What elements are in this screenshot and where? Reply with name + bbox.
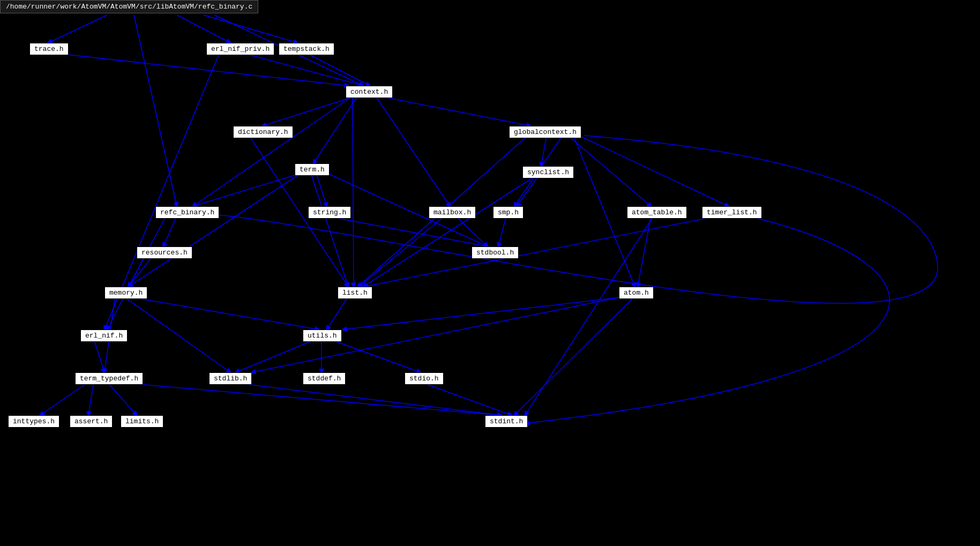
- node-context-h: context.h: [346, 86, 393, 98]
- svg-line-46: [40, 382, 88, 415]
- node-term-h: term.h: [295, 163, 330, 176]
- svg-line-13: [353, 95, 354, 287]
- node-erl-nif-h: erl_nif.h: [80, 330, 128, 342]
- svg-line-54: [517, 176, 538, 206]
- node-resources-h: resources.h: [137, 246, 192, 259]
- svg-line-31: [455, 216, 488, 246]
- node-smp-h: smp.h: [493, 206, 523, 219]
- svg-line-50: [228, 382, 501, 415]
- svg-line-37: [123, 296, 230, 372]
- node-mailbox-h: mailbox.h: [429, 206, 476, 219]
- svg-line-42: [94, 339, 104, 372]
- svg-line-32: [498, 216, 506, 246]
- node-trace-h: trace.h: [29, 43, 69, 55]
- svg-line-38: [327, 296, 348, 330]
- svg-line-34: [364, 216, 718, 287]
- svg-line-3: [204, 15, 297, 43]
- svg-line-1: [48, 15, 107, 43]
- node-utils-h: utils.h: [303, 330, 342, 342]
- node-assert-h: assert.h: [70, 415, 113, 428]
- svg-line-15: [568, 136, 651, 206]
- file-title: /home/runner/work/AtomVM/AtomVM/src/libA…: [0, 0, 258, 13]
- svg-line-28: [129, 256, 153, 287]
- svg-line-7: [305, 53, 370, 86]
- svg-line-11: [375, 95, 450, 206]
- svg-line-10: [375, 95, 530, 126]
- svg-line-55: [326, 216, 488, 246]
- svg-line-9: [313, 95, 358, 163]
- svg-line-16: [579, 136, 729, 206]
- svg-line-18: [573, 136, 635, 287]
- node-synclist-h: synclist.h: [522, 166, 574, 178]
- svg-line-23: [311, 173, 348, 287]
- svg-line-48: [107, 382, 137, 415]
- svg-line-57: [525, 216, 654, 415]
- svg-line-8: [263, 95, 358, 126]
- svg-line-25: [129, 173, 301, 287]
- node-atom-h: atom.h: [619, 287, 654, 299]
- svg-line-21: [193, 173, 302, 206]
- node-inttypes-h: inttypes.h: [8, 415, 59, 428]
- node-erl-nif-priv-h: erl_nif_priv.h: [206, 43, 274, 55]
- dependency-graph: [0, 0, 980, 546]
- svg-line-49: [113, 382, 501, 415]
- svg-line-41: [514, 296, 635, 415]
- node-dictionary-h: dictionary.h: [233, 126, 293, 138]
- node-stddef-h: stddef.h: [303, 372, 346, 385]
- node-atom-table-h: atom_table.h: [627, 206, 687, 219]
- svg-line-30: [359, 216, 445, 287]
- svg-line-14: [541, 136, 547, 166]
- node-string-h: string.h: [308, 206, 351, 219]
- node-stdbool-h: stdbool.h: [472, 246, 519, 259]
- svg-line-5: [134, 15, 177, 206]
- svg-line-33: [638, 216, 651, 287]
- node-timer-list-h: timer_list.h: [702, 206, 762, 219]
- node-stdint-h: stdint.h: [485, 415, 528, 428]
- svg-line-22: [316, 173, 327, 206]
- node-globalcontext-h: globalcontext.h: [509, 126, 581, 138]
- svg-line-51: [421, 382, 512, 415]
- node-memory-h: memory.h: [104, 287, 147, 299]
- node-tempstack-h: tempstack.h: [279, 43, 334, 55]
- node-limits-h: limits.h: [121, 415, 163, 428]
- node-refc-binary-h: refc_binary.h: [155, 206, 219, 219]
- node-list-h: list.h: [338, 287, 372, 299]
- svg-line-26: [163, 216, 177, 246]
- node-stdlib-h: stdlib.h: [209, 372, 252, 385]
- node-term-typedef-h: term_typedef.h: [75, 372, 143, 385]
- node-stdio-h: stdio.h: [405, 372, 444, 385]
- svg-line-35: [126, 296, 319, 330]
- svg-line-45: [330, 339, 421, 372]
- svg-line-12: [193, 95, 354, 206]
- svg-line-47: [88, 382, 94, 415]
